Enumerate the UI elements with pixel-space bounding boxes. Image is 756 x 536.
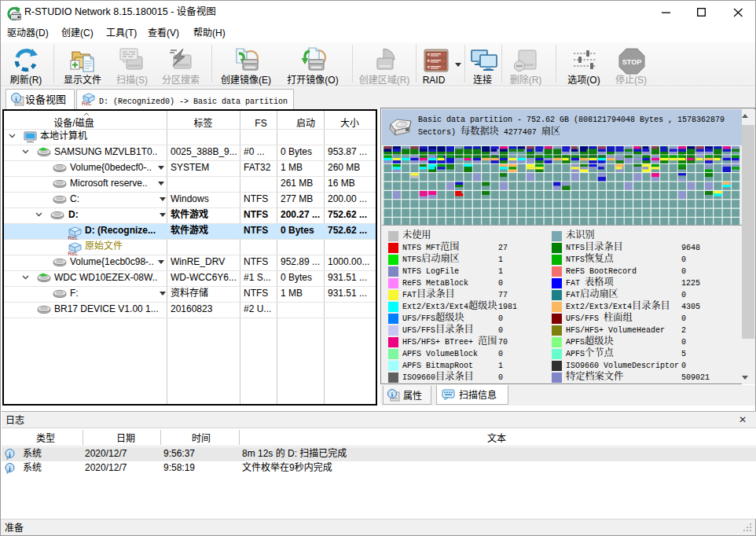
svg-text:STOP: STOP: [622, 58, 641, 66]
svg-text:Rec.: Rec.: [82, 101, 93, 106]
